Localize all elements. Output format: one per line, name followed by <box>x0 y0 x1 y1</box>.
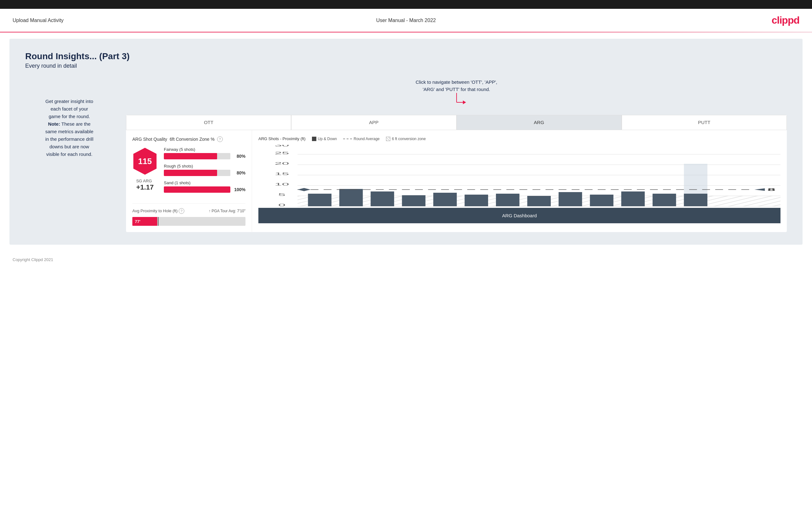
sg-label: SG ARG <box>136 178 154 183</box>
legend-round-avg-label: Round Average <box>354 137 380 141</box>
svg-rect-22 <box>402 195 426 206</box>
hexagon-score: 115 <box>132 147 158 175</box>
sg-value: +1.17 <box>136 183 154 191</box>
legend-box-icon <box>312 137 316 141</box>
sg-section: SG ARG +1.17 <box>136 178 154 191</box>
bar-row-sand: 100% <box>164 186 246 193</box>
page-title: Round Insights... (Part 3) <box>25 51 787 61</box>
tab-putt[interactable]: PUTT <box>622 115 787 130</box>
bar-fill-fairway <box>164 153 217 159</box>
bar-pct-rough: 80% <box>234 170 246 175</box>
card: OTT APP ARG PUTT ARG Shot Quality 6ft Co… <box>126 115 787 232</box>
tab-app[interactable]: APP <box>291 115 456 130</box>
proximity-label: Avg Proximity to Hole (ft) ? <box>132 208 184 214</box>
legend-conversion-label: 6 ft conversion zone <box>392 137 426 141</box>
tabs: OTT APP ARG PUTT <box>126 115 787 130</box>
arg-dashboard-button[interactable]: ARG Dashboard <box>258 208 780 223</box>
proximity-cursor <box>158 217 158 226</box>
header-divider <box>0 32 812 33</box>
note-label: Note: <box>48 121 60 127</box>
svg-marker-34 <box>297 188 310 191</box>
svg-text:20: 20 <box>275 162 289 165</box>
bar-row-fairway: 80% <box>164 153 246 159</box>
left-panel: ARG Shot Quality 6ft Conversion Zone % ? <box>126 130 252 232</box>
svg-rect-28 <box>590 194 613 206</box>
svg-rect-23 <box>433 193 457 206</box>
left-section: Get greater insight into each facet of y… <box>25 79 113 158</box>
svg-text:8: 8 <box>768 188 775 191</box>
svg-text:0: 0 <box>278 204 286 207</box>
logo: clippd <box>772 14 799 26</box>
conversion-label: 6ft Conversion Zone % <box>170 137 215 142</box>
svg-rect-29 <box>621 191 645 206</box>
bar-track-rough <box>164 170 230 176</box>
proximity-bar-track: 77' <box>132 217 246 226</box>
legend-up-down-label: Up & Down <box>318 137 337 141</box>
help-icon[interactable]: ? <box>217 136 223 142</box>
content-layout: Get greater insight into each facet of y… <box>25 79 787 232</box>
score-row: 115 SG ARG +1.17 Fairway (5 sh <box>132 147 246 197</box>
top-bar <box>0 0 812 9</box>
shot-row-rough: Rough (5 shots) 80% <box>164 164 246 176</box>
svg-text:30: 30 <box>275 145 289 147</box>
pga-avg: ↑ PGA Tour Avg: 7'10" <box>209 209 246 213</box>
legend-conversion: 6 ft conversion zone <box>386 137 426 141</box>
shot-row-fairway: Fairway (5 shots) 80% <box>164 147 246 159</box>
svg-rect-21 <box>370 191 394 206</box>
svg-rect-24 <box>465 194 489 206</box>
bar-row-rough: 80% <box>164 170 246 176</box>
proximity-bar-fill: 77' <box>132 217 157 226</box>
insight-text: Get greater insight into each facet of y… <box>25 98 113 158</box>
upload-label: Upload Manual Activity <box>13 18 64 23</box>
legend-round-avg: Round Average <box>343 137 380 141</box>
svg-text:5: 5 <box>278 193 286 196</box>
bar-pct-fairway: 80% <box>234 154 246 159</box>
right-panel: ARG Shots - Proximity (ft) Up & Down Rou… <box>252 130 787 232</box>
svg-rect-27 <box>559 192 582 206</box>
score-value: 115 <box>138 157 152 166</box>
shot-label-fairway: Fairway (5 shots) <box>164 147 246 152</box>
shot-label-rough: Rough (5 shots) <box>164 164 246 168</box>
svg-rect-19 <box>308 194 332 206</box>
annotation-text: Click to navigate between 'OTT', 'APP','… <box>126 79 787 93</box>
legend-hatch-icon <box>386 137 391 141</box>
manual-label: User Manual - March 2022 <box>376 18 436 23</box>
svg-rect-30 <box>653 194 676 206</box>
bar-track-sand <box>164 186 230 193</box>
card-body: ARG Shot Quality 6ft Conversion Zone % ? <box>126 130 787 232</box>
chart-area: 0 5 10 15 20 25 30 <box>258 145 780 208</box>
page-subtitle: Every round in detail <box>25 63 787 69</box>
proximity-section: Avg Proximity to Hole (ft) ? ↑ PGA Tour … <box>132 204 246 226</box>
shot-label-sand: Sand (1 shots) <box>164 180 246 185</box>
copyright: Copyright Clippd 2021 <box>13 257 53 262</box>
nav-annotation: Click to navigate between 'OTT', 'APP','… <box>126 79 787 112</box>
svg-rect-26 <box>527 196 551 206</box>
svg-text:10: 10 <box>275 183 289 186</box>
chart-svg: 0 5 10 15 20 25 30 <box>258 145 780 208</box>
tab-arg[interactable]: ARG <box>457 115 622 130</box>
svg-marker-2 <box>463 101 466 104</box>
chart-title: ARG Shots - Proximity (ft) <box>258 136 306 141</box>
shot-bars: Fairway (5 shots) 80% <box>164 147 246 197</box>
bar-pct-sand: 100% <box>234 187 246 192</box>
section-header: ARG Shot Quality 6ft Conversion Zone % ? <box>132 136 246 142</box>
svg-rect-25 <box>496 194 520 206</box>
svg-rect-20 <box>339 189 363 206</box>
header: Upload Manual Activity User Manual - Mar… <box>0 9 812 32</box>
proximity-header: Avg Proximity to Hole (ft) ? ↑ PGA Tour … <box>132 208 246 214</box>
main-content: Round Insights... (Part 3) Every round i… <box>9 39 803 245</box>
chart-header: ARG Shots - Proximity (ft) Up & Down Rou… <box>258 136 780 141</box>
proximity-help-icon[interactable]: ? <box>179 208 184 214</box>
bar-fill-sand <box>164 186 230 193</box>
svg-rect-32 <box>684 194 707 206</box>
bar-fill-rough <box>164 170 217 176</box>
svg-text:15: 15 <box>275 172 289 176</box>
right-section: Click to navigate between 'OTT', 'APP','… <box>126 79 787 232</box>
shot-row-sand: Sand (1 shots) 100% <box>164 180 246 193</box>
annotation-arrow <box>126 93 787 112</box>
svg-text:25: 25 <box>275 152 289 155</box>
bar-track-fairway <box>164 153 230 159</box>
arg-shot-quality-label: ARG Shot Quality <box>132 137 167 142</box>
tab-ott[interactable]: OTT <box>126 115 291 130</box>
svg-marker-36 <box>754 188 765 191</box>
